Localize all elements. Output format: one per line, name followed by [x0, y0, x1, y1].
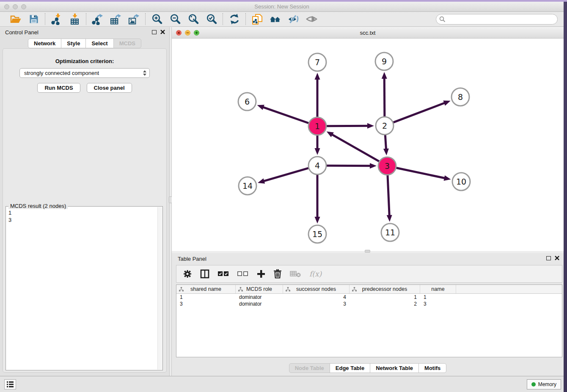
edge-2-8[interactable]: [394, 102, 446, 122]
column-header-name[interactable]: name: [420, 285, 456, 293]
table-row[interactable]: 1dominator411: [176, 294, 562, 301]
tab-node-table[interactable]: Node Table: [289, 363, 330, 373]
close-panel-button[interactable]: Close panel: [87, 83, 132, 93]
graph-node-label: 10: [456, 177, 466, 186]
control-panel-tabs: Network Style Select MCDS: [0, 39, 169, 48]
app-window: Session: New Session: [0, 2, 564, 392]
network-frame: scc.txt 7968124314101511: [172, 27, 564, 251]
copy-network-view-icon[interactable]: [251, 14, 263, 25]
edge-4-14[interactable]: [262, 168, 308, 182]
table-cell: 1: [350, 294, 420, 301]
splitter-handle[interactable]: [365, 250, 370, 253]
mcds-result-box: MCDS result (2 nodes) 1 3: [6, 206, 163, 370]
graph-node-label: 15: [312, 229, 322, 239]
column-header-label: MCDS role: [246, 286, 272, 292]
criterion-dropdown[interactable]: strongly connected component: [19, 68, 150, 78]
optimization-criterion-label: Optimization criterion:: [3, 58, 166, 64]
save-session-icon[interactable]: [28, 14, 39, 25]
tab-motifs[interactable]: Motifs: [418, 363, 446, 373]
edge-arrow-icon: [383, 149, 389, 155]
edge-1-2[interactable]: [327, 126, 369, 126]
tab-network[interactable]: Network: [28, 39, 61, 48]
edge-arrow-icon: [443, 100, 450, 105]
add-column-icon[interactable]: [257, 268, 265, 279]
edge-1-6[interactable]: [261, 107, 308, 123]
table-cell: 3: [176, 301, 236, 307]
result-scrollbar[interactable]: [157, 207, 162, 370]
delete-columns-icon[interactable]: [274, 268, 281, 279]
mcds-panel: Optimization criterion: strongly connect…: [3, 48, 167, 373]
tab-network-table[interactable]: Network Table: [370, 363, 419, 373]
import-network-icon[interactable]: [51, 14, 62, 25]
column-header-successor-nodes[interactable]: successor nodes: [283, 285, 350, 293]
home-view-icon[interactable]: [270, 14, 281, 25]
control-panel: Control Panel Network Style Select MCDS …: [0, 27, 169, 376]
open-session-icon[interactable]: [10, 14, 21, 25]
edge-arrow-icon: [315, 73, 320, 80]
edge-2-3[interactable]: [385, 135, 386, 151]
status-bar: Memory: [0, 376, 564, 392]
table-row[interactable]: 3dominator323: [176, 301, 562, 307]
edge-arrow-icon: [258, 178, 265, 183]
table-body: 1dominator4113dominator323: [176, 294, 562, 307]
select-all-columns-icon[interactable]: [218, 268, 229, 279]
search-input[interactable]: [436, 14, 558, 25]
show-columns-icon[interactable]: [200, 268, 209, 279]
zoom-in-icon[interactable]: [151, 14, 162, 25]
zoom-selected-icon[interactable]: [206, 14, 217, 25]
unselect-all-columns-icon[interactable]: [237, 268, 248, 279]
column-header-MCDS-role[interactable]: MCDS role: [236, 285, 283, 293]
task-history-button[interactable]: [4, 379, 16, 389]
table-cell: 3: [420, 301, 456, 307]
edge-3-10[interactable]: [396, 168, 446, 179]
export-table-icon[interactable]: [110, 14, 121, 25]
apply-layout-icon[interactable]: [228, 14, 240, 25]
column-type-icon: [286, 287, 290, 292]
edge-arrow-icon: [367, 123, 374, 129]
table-cell: 3: [283, 301, 350, 307]
column-header-shared-name[interactable]: shared name: [176, 285, 236, 293]
table-header-row: shared nameMCDS rolesuccessor nodesprede…: [176, 285, 562, 294]
float-panel-icon[interactable]: [152, 30, 157, 34]
edge-3-11[interactable]: [388, 175, 389, 217]
network-canvas[interactable]: 7968124314101511: [172, 39, 564, 251]
memory-label: Memory: [538, 381, 556, 387]
mcds-result-text[interactable]: 1 3: [6, 207, 157, 370]
graph-node-label: 6: [245, 97, 250, 106]
run-mcds-button[interactable]: Run MCDS: [37, 83, 80, 93]
close-panel-icon[interactable]: [555, 256, 559, 260]
tab-mcds[interactable]: MCDS: [113, 39, 141, 48]
column-type-icon: [352, 287, 357, 292]
float-panel-icon[interactable]: [546, 256, 551, 260]
graph-node-label: 4: [315, 161, 320, 170]
table-cell: 1: [420, 294, 456, 301]
tab-edge-table[interactable]: Edge Table: [330, 363, 370, 373]
edge-2-9[interactable]: [384, 77, 385, 116]
column-header-label: successor nodes: [296, 286, 336, 292]
edge-3-1[interactable]: [330, 134, 379, 161]
table-toolbar: f(x): [176, 265, 562, 283]
edge-arrow-icon: [315, 148, 320, 155]
table-cell: dominator: [236, 301, 283, 307]
table-cell: 2: [350, 301, 420, 307]
function-builder-icon: f(x): [309, 268, 322, 279]
hide-graphics-details-icon[interactable]: [288, 14, 299, 25]
graph-node-label: 1: [315, 121, 320, 131]
export-image-icon[interactable]: [128, 14, 140, 25]
graph-node-label: 8: [458, 92, 463, 102]
zoom-out-icon[interactable]: [169, 14, 181, 25]
tab-select[interactable]: Select: [85, 39, 113, 48]
memory-button[interactable]: Memory: [527, 379, 561, 389]
zoom-fit-icon[interactable]: [187, 14, 199, 25]
control-panel-header: Control Panel: [0, 27, 169, 38]
tab-style[interactable]: Style: [61, 39, 86, 48]
column-header-predecessor-nodes[interactable]: predecessor nodes: [350, 285, 420, 293]
export-network-icon[interactable]: [92, 14, 103, 25]
edge-4-3[interactable]: [327, 166, 372, 166]
close-panel-icon[interactable]: [160, 30, 165, 34]
table-tabs: Node Table Edge Table Network Table Moti…: [172, 363, 564, 373]
toggle-bird-view-icon[interactable]: [306, 14, 317, 25]
import-table-icon[interactable]: [69, 14, 80, 25]
network-frame-title: scc.txt: [172, 30, 564, 36]
table-options-icon[interactable]: [183, 268, 192, 279]
